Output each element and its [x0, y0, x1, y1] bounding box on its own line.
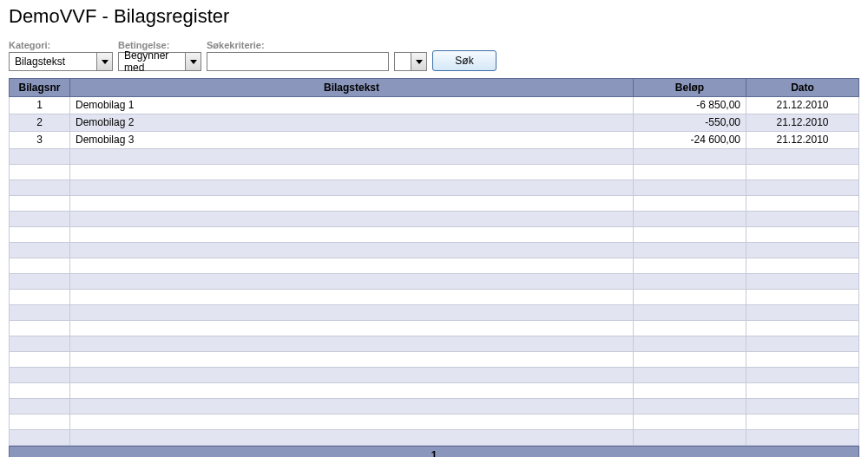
cell-nr [10, 149, 70, 165]
table-row[interactable] [10, 274, 859, 290]
cell-date [746, 290, 859, 305]
cell-text [70, 196, 634, 212]
cell-text [70, 149, 634, 165]
table-row[interactable] [10, 415, 859, 430]
cell-text [70, 274, 634, 290]
svg-marker-0 [102, 60, 108, 64]
cell-nr [10, 352, 70, 368]
cell-amount [634, 212, 746, 227]
table-row[interactable] [10, 258, 859, 274]
table-row[interactable] [10, 336, 859, 352]
cell-amount [634, 415, 746, 430]
table-row[interactable] [10, 243, 859, 258]
table-row[interactable]: 3Demobilag 3-24 600,0021.12.2010 [10, 132, 859, 149]
cell-date [746, 196, 859, 212]
cell-date [746, 258, 859, 274]
cell-text [70, 305, 634, 321]
col-header-text[interactable]: Bilagstekst [70, 79, 634, 97]
table-row[interactable] [10, 227, 859, 243]
cell-amount [634, 274, 746, 290]
table-header-row: Bilagsnr Bilagstekst Beløp Dato [10, 79, 859, 97]
cell-date [746, 274, 859, 290]
col-header-amount[interactable]: Beløp [634, 79, 746, 97]
betingelse-select[interactable]: Begynner med [118, 52, 201, 71]
table-row[interactable] [10, 352, 859, 368]
cell-text [70, 212, 634, 227]
cell-date [746, 368, 859, 383]
cell-nr [10, 274, 70, 290]
cell-text: Demobilag 3 [70, 132, 634, 149]
cell-nr [10, 305, 70, 321]
cell-nr [10, 165, 70, 180]
cell-date: 21.12.2010 [746, 97, 859, 114]
table-row[interactable] [10, 430, 859, 446]
extra-select[interactable] [394, 52, 427, 71]
cell-text [70, 243, 634, 258]
chevron-down-icon[interactable] [96, 53, 112, 70]
cell-amount: -24 600,00 [634, 132, 746, 149]
cell-text [70, 165, 634, 180]
cell-amount [634, 383, 746, 399]
cell-date [746, 165, 859, 180]
chevron-down-icon[interactable] [185, 53, 201, 70]
table-row[interactable] [10, 212, 859, 227]
col-header-date[interactable]: Dato [746, 79, 859, 97]
cell-nr [10, 399, 70, 415]
betingelse-value: Begynner med [119, 53, 185, 70]
table-row[interactable]: 2Demobilag 2-550,0021.12.2010 [10, 114, 859, 132]
cell-nr [10, 212, 70, 227]
cell-date [746, 352, 859, 368]
kategori-select[interactable]: Bilagstekst [9, 52, 113, 71]
cell-date [746, 243, 859, 258]
extra-select-value [395, 53, 411, 70]
cell-date [746, 321, 859, 336]
cell-text [70, 227, 634, 243]
cell-amount: -6 850,00 [634, 97, 746, 114]
table-row[interactable] [10, 383, 859, 399]
cell-date [746, 227, 859, 243]
cell-amount [634, 399, 746, 415]
cell-amount [634, 352, 746, 368]
cell-text [70, 180, 634, 196]
sok-button[interactable]: Søk [432, 50, 496, 71]
cell-nr: 2 [10, 114, 70, 132]
table-row[interactable] [10, 165, 859, 180]
cell-nr [10, 196, 70, 212]
cell-text [70, 290, 634, 305]
cell-amount [634, 258, 746, 274]
cell-amount [634, 336, 746, 352]
cell-nr [10, 227, 70, 243]
table-row[interactable] [10, 305, 859, 321]
cell-text: Demobilag 1 [70, 97, 634, 114]
cell-nr [10, 430, 70, 446]
cell-nr [10, 336, 70, 352]
cell-date: 21.12.2010 [746, 114, 859, 132]
cell-date [746, 430, 859, 446]
table-row[interactable] [10, 290, 859, 305]
table-row[interactable] [10, 321, 859, 336]
cell-nr [10, 290, 70, 305]
table-row[interactable] [10, 399, 859, 415]
sokekriterie-field: Søkekriterie: [207, 40, 389, 71]
cell-text [70, 352, 634, 368]
kategori-field: Kategori: Bilagstekst [9, 40, 113, 71]
cell-nr [10, 258, 70, 274]
sokekriterie-input[interactable] [207, 52, 389, 71]
cell-text [70, 399, 634, 415]
cell-amount [634, 227, 746, 243]
cell-date [746, 336, 859, 352]
cell-text [70, 336, 634, 352]
pager: 1 [9, 446, 859, 457]
table-row[interactable] [10, 180, 859, 196]
pager-page-link[interactable]: 1 [431, 449, 437, 457]
table-row[interactable] [10, 149, 859, 165]
kategori-label: Kategori: [9, 40, 113, 50]
col-header-nr[interactable]: Bilagsnr [10, 79, 70, 97]
sokekriterie-label: Søkekriterie: [207, 40, 389, 50]
table-row[interactable]: 1Demobilag 1-6 850,0021.12.2010 [10, 97, 859, 114]
cell-nr [10, 368, 70, 383]
cell-date [746, 180, 859, 196]
table-row[interactable] [10, 196, 859, 212]
chevron-down-icon[interactable] [411, 53, 426, 70]
table-row[interactable] [10, 368, 859, 383]
